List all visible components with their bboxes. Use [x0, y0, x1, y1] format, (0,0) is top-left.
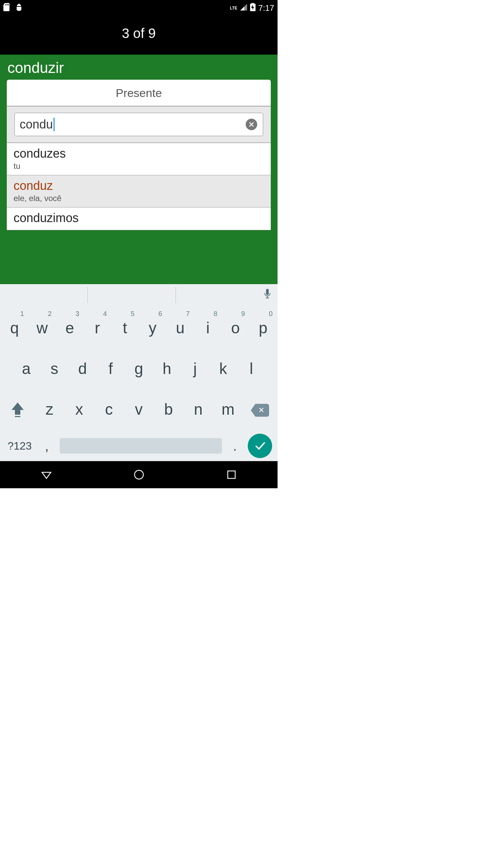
- backspace-key[interactable]: ✕: [243, 404, 277, 417]
- conjugation-word: conduzes: [14, 146, 264, 161]
- key-v[interactable]: v: [126, 390, 151, 431]
- key-f[interactable]: f: [98, 349, 124, 390]
- signal-icon: [240, 3, 247, 13]
- status-time: 7:17: [258, 3, 274, 13]
- key-k[interactable]: k: [210, 349, 236, 390]
- conjugation-row[interactable]: conduzimos: [7, 208, 271, 230]
- keyboard-suggestion-bar: [0, 284, 278, 306]
- tense-label: Presente: [7, 80, 271, 106]
- conjugation-word: conduzimos: [14, 211, 264, 225]
- key-x[interactable]: x: [66, 390, 92, 431]
- key-w[interactable]: 2w: [29, 309, 55, 349]
- conjugation-row[interactable]: conduzestu: [7, 143, 271, 175]
- key-s[interactable]: s: [42, 349, 67, 390]
- enter-key[interactable]: [248, 434, 272, 458]
- key-d[interactable]: d: [70, 349, 96, 390]
- page-counter-header: 3 of 9: [0, 16, 278, 55]
- android-debug-icon: [15, 3, 23, 13]
- svg-rect-0: [15, 416, 20, 417]
- key-a[interactable]: a: [14, 349, 39, 390]
- conjugation-pronoun: ele, ela, você: [14, 194, 264, 203]
- lte-label: LTE: [230, 6, 238, 11]
- nav-recent-button[interactable]: [221, 470, 242, 480]
- conjugation-card: Presente condu conduzestuconduzele, ela,…: [7, 80, 271, 230]
- mic-icon[interactable]: [263, 289, 271, 301]
- space-key[interactable]: [60, 438, 222, 454]
- comma-key[interactable]: ,: [37, 441, 57, 451]
- conjugation-row[interactable]: conduzele, ela, você: [7, 175, 271, 208]
- verb-title: conduzir: [0, 55, 278, 80]
- key-l[interactable]: l: [239, 349, 264, 390]
- nav-back-button[interactable]: [36, 469, 57, 480]
- battery-charging-icon: [250, 3, 256, 13]
- key-q[interactable]: 1q: [2, 309, 27, 349]
- key-j[interactable]: j: [182, 349, 208, 390]
- key-r[interactable]: 4r: [84, 309, 110, 349]
- svg-rect-2: [228, 471, 235, 478]
- answer-input-area: condu: [7, 106, 271, 143]
- svg-point-1: [135, 470, 143, 479]
- key-t[interactable]: 5t: [112, 309, 138, 349]
- nav-home-button[interactable]: [129, 469, 149, 480]
- key-n[interactable]: n: [185, 390, 211, 431]
- key-h[interactable]: h: [154, 349, 180, 390]
- key-u[interactable]: 7u: [167, 309, 193, 349]
- text-caret: [54, 118, 55, 131]
- conjugation-word: conduz: [14, 179, 264, 193]
- android-nav-bar: [0, 461, 278, 488]
- clear-input-button[interactable]: [246, 119, 257, 130]
- answer-input[interactable]: condu: [14, 113, 263, 136]
- period-key[interactable]: .: [225, 441, 245, 451]
- key-o[interactable]: 9o: [223, 309, 248, 349]
- status-bar: LTE 7:17: [0, 0, 278, 16]
- soft-keyboard: 1q2w3e4r5t6y7u8i9o0p asdfghjkl zxcvbnm ✕…: [0, 306, 278, 461]
- shift-key[interactable]: [1, 402, 35, 419]
- key-p[interactable]: 0p: [250, 309, 276, 349]
- key-b[interactable]: b: [156, 390, 181, 431]
- key-m[interactable]: m: [215, 390, 241, 431]
- key-g[interactable]: g: [126, 349, 152, 390]
- key-e[interactable]: 3e: [57, 309, 83, 349]
- conjugation-pronoun: tu: [14, 161, 264, 171]
- key-y[interactable]: 6y: [140, 309, 165, 349]
- key-i[interactable]: 8i: [195, 309, 221, 349]
- key-z[interactable]: z: [37, 390, 62, 431]
- key-c[interactable]: c: [96, 390, 122, 431]
- symbols-key[interactable]: ?123: [3, 440, 37, 452]
- sd-card-icon: [3, 3, 10, 13]
